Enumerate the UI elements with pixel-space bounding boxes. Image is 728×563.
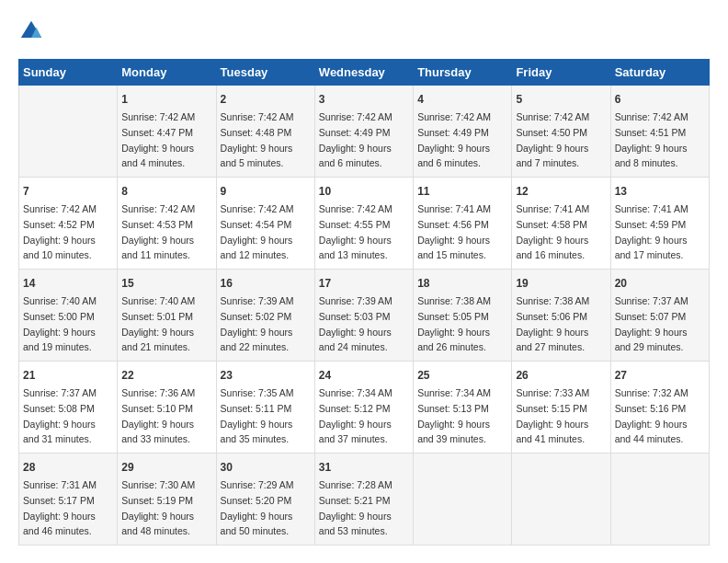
header-row: SundayMondayTuesdayWednesdayThursdayFrid…	[19, 60, 710, 86]
header-monday: Monday	[118, 60, 216, 86]
day-info: Sunrise: 7:41 AM Sunset: 4:59 PM Dayligh…	[615, 203, 688, 260]
day-info: Sunrise: 7:42 AM Sunset: 4:52 PM Dayligh…	[23, 203, 97, 260]
day-info: Sunrise: 7:42 AM Sunset: 4:51 PM Dayligh…	[615, 111, 688, 168]
day-number: 4	[417, 91, 507, 108]
day-number: 27	[615, 367, 705, 384]
day-number: 21	[23, 367, 113, 384]
calendar-cell: 1Sunrise: 7:42 AM Sunset: 4:47 PM Daylig…	[118, 86, 216, 178]
calendar-cell: 28Sunrise: 7:31 AM Sunset: 5:17 PM Dayli…	[19, 454, 118, 546]
calendar-cell	[610, 454, 709, 546]
day-info: Sunrise: 7:31 AM Sunset: 5:17 PM Dayligh…	[23, 479, 97, 536]
day-number: 12	[516, 183, 606, 200]
day-info: Sunrise: 7:42 AM Sunset: 4:47 PM Dayligh…	[121, 111, 195, 168]
day-info: Sunrise: 7:38 AM Sunset: 5:06 PM Dayligh…	[516, 295, 589, 352]
day-number: 23	[221, 367, 311, 384]
day-number: 3	[319, 91, 409, 108]
day-info: Sunrise: 7:42 AM Sunset: 4:50 PM Dayligh…	[516, 111, 589, 168]
day-number: 2	[221, 91, 311, 108]
calendar-cell: 18Sunrise: 7:38 AM Sunset: 5:05 PM Dayli…	[414, 270, 512, 362]
header-sunday: Sunday	[19, 60, 118, 86]
day-info: Sunrise: 7:42 AM Sunset: 4:53 PM Dayligh…	[121, 203, 195, 260]
calendar-cell: 14Sunrise: 7:40 AM Sunset: 5:00 PM Dayli…	[19, 270, 118, 362]
calendar-cell: 3Sunrise: 7:42 AM Sunset: 4:49 PM Daylig…	[314, 86, 413, 178]
calendar-cell: 15Sunrise: 7:40 AM Sunset: 5:01 PM Dayli…	[118, 270, 216, 362]
calendar-cell: 25Sunrise: 7:34 AM Sunset: 5:13 PM Dayli…	[414, 362, 512, 454]
day-info: Sunrise: 7:40 AM Sunset: 5:00 PM Dayligh…	[23, 295, 97, 352]
calendar-cell: 10Sunrise: 7:42 AM Sunset: 4:55 PM Dayli…	[314, 178, 413, 270]
day-number: 18	[417, 275, 507, 292]
logo-icon	[18, 18, 44, 44]
calendar-cell: 19Sunrise: 7:38 AM Sunset: 5:06 PM Dayli…	[512, 270, 610, 362]
calendar-cell: 22Sunrise: 7:36 AM Sunset: 5:10 PM Dayli…	[118, 362, 216, 454]
day-number: 1	[121, 91, 211, 108]
calendar-cell	[19, 86, 118, 178]
header-friday: Friday	[512, 60, 610, 86]
logo	[18, 18, 48, 44]
day-number: 29	[121, 459, 211, 476]
week-row-4: 21Sunrise: 7:37 AM Sunset: 5:08 PM Dayli…	[19, 362, 710, 454]
day-number: 17	[319, 275, 409, 292]
day-info: Sunrise: 7:42 AM Sunset: 4:55 PM Dayligh…	[319, 203, 392, 260]
calendar-cell: 24Sunrise: 7:34 AM Sunset: 5:12 PM Dayli…	[314, 362, 413, 454]
day-number: 31	[319, 459, 409, 476]
calendar-cell: 6Sunrise: 7:42 AM Sunset: 4:51 PM Daylig…	[610, 86, 709, 178]
day-info: Sunrise: 7:41 AM Sunset: 4:58 PM Dayligh…	[516, 203, 589, 260]
day-info: Sunrise: 7:39 AM Sunset: 5:02 PM Dayligh…	[221, 295, 294, 352]
day-info: Sunrise: 7:33 AM Sunset: 5:15 PM Dayligh…	[516, 387, 589, 444]
day-info: Sunrise: 7:42 AM Sunset: 4:49 PM Dayligh…	[319, 111, 392, 168]
day-info: Sunrise: 7:38 AM Sunset: 5:05 PM Dayligh…	[417, 295, 491, 352]
day-number: 6	[615, 91, 705, 108]
day-number: 16	[221, 275, 311, 292]
day-info: Sunrise: 7:42 AM Sunset: 4:49 PM Dayligh…	[417, 111, 491, 168]
calendar-table: SundayMondayTuesdayWednesdayThursdayFrid…	[18, 59, 710, 546]
day-info: Sunrise: 7:34 AM Sunset: 5:12 PM Dayligh…	[319, 387, 392, 444]
day-number: 24	[319, 367, 409, 384]
day-info: Sunrise: 7:36 AM Sunset: 5:10 PM Dayligh…	[121, 387, 195, 444]
day-number: 26	[516, 367, 606, 384]
calendar-cell: 29Sunrise: 7:30 AM Sunset: 5:19 PM Dayli…	[118, 454, 216, 546]
header-tuesday: Tuesday	[216, 60, 314, 86]
day-number: 8	[121, 183, 211, 200]
day-number: 28	[23, 459, 113, 476]
day-number: 20	[615, 275, 705, 292]
day-number: 22	[121, 367, 211, 384]
day-number: 5	[516, 91, 606, 108]
day-number: 13	[615, 183, 705, 200]
calendar-cell: 20Sunrise: 7:37 AM Sunset: 5:07 PM Dayli…	[610, 270, 709, 362]
calendar-cell: 27Sunrise: 7:32 AM Sunset: 5:16 PM Dayli…	[610, 362, 709, 454]
calendar-cell: 7Sunrise: 7:42 AM Sunset: 4:52 PM Daylig…	[19, 178, 118, 270]
calendar-cell: 16Sunrise: 7:39 AM Sunset: 5:02 PM Dayli…	[216, 270, 314, 362]
day-info: Sunrise: 7:34 AM Sunset: 5:13 PM Dayligh…	[417, 387, 491, 444]
day-info: Sunrise: 7:28 AM Sunset: 5:21 PM Dayligh…	[319, 479, 392, 536]
week-row-1: 1Sunrise: 7:42 AM Sunset: 4:47 PM Daylig…	[19, 86, 710, 178]
day-info: Sunrise: 7:37 AM Sunset: 5:07 PM Dayligh…	[615, 295, 688, 352]
day-number: 15	[121, 275, 211, 292]
calendar-cell: 2Sunrise: 7:42 AM Sunset: 4:48 PM Daylig…	[216, 86, 314, 178]
calendar-cell: 13Sunrise: 7:41 AM Sunset: 4:59 PM Dayli…	[610, 178, 709, 270]
day-info: Sunrise: 7:32 AM Sunset: 5:16 PM Dayligh…	[615, 387, 688, 444]
calendar-cell: 31Sunrise: 7:28 AM Sunset: 5:21 PM Dayli…	[314, 454, 413, 546]
day-info: Sunrise: 7:41 AM Sunset: 4:56 PM Dayligh…	[417, 203, 491, 260]
day-info: Sunrise: 7:42 AM Sunset: 4:48 PM Dayligh…	[221, 111, 294, 168]
calendar-cell: 21Sunrise: 7:37 AM Sunset: 5:08 PM Dayli…	[19, 362, 118, 454]
day-info: Sunrise: 7:35 AM Sunset: 5:11 PM Dayligh…	[221, 387, 294, 444]
calendar-cell: 23Sunrise: 7:35 AM Sunset: 5:11 PM Dayli…	[216, 362, 314, 454]
calendar-cell: 8Sunrise: 7:42 AM Sunset: 4:53 PM Daylig…	[118, 178, 216, 270]
calendar-cell: 5Sunrise: 7:42 AM Sunset: 4:50 PM Daylig…	[512, 86, 610, 178]
day-number: 14	[23, 275, 113, 292]
calendar-cell: 9Sunrise: 7:42 AM Sunset: 4:54 PM Daylig…	[216, 178, 314, 270]
calendar-cell	[414, 454, 512, 546]
calendar-cell: 4Sunrise: 7:42 AM Sunset: 4:49 PM Daylig…	[414, 86, 512, 178]
page-header	[18, 18, 710, 44]
day-number: 10	[319, 183, 409, 200]
calendar-cell: 12Sunrise: 7:41 AM Sunset: 4:58 PM Dayli…	[512, 178, 610, 270]
day-info: Sunrise: 7:39 AM Sunset: 5:03 PM Dayligh…	[319, 295, 392, 352]
day-number: 7	[23, 183, 113, 200]
header-saturday: Saturday	[610, 60, 709, 86]
calendar-cell	[512, 454, 610, 546]
calendar-cell: 26Sunrise: 7:33 AM Sunset: 5:15 PM Dayli…	[512, 362, 610, 454]
day-info: Sunrise: 7:29 AM Sunset: 5:20 PM Dayligh…	[221, 479, 294, 536]
day-info: Sunrise: 7:30 AM Sunset: 5:19 PM Dayligh…	[121, 479, 195, 536]
header-wednesday: Wednesday	[314, 60, 413, 86]
calendar-cell: 17Sunrise: 7:39 AM Sunset: 5:03 PM Dayli…	[314, 270, 413, 362]
